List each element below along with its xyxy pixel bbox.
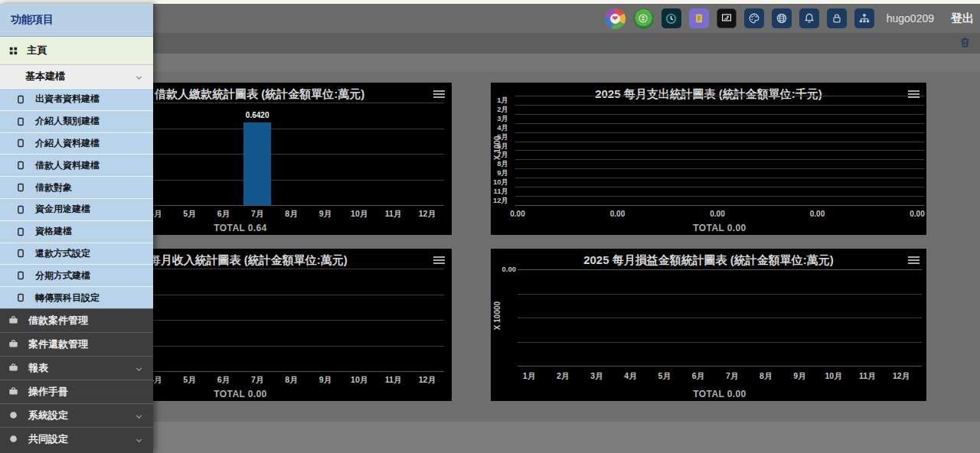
sidebar-section-5[interactable]: 共同設定 [0, 427, 153, 451]
sidebar-item-basic-1[interactable]: 介紹人類別建檔 [0, 110, 153, 132]
x-axis-label: 6月 [681, 371, 715, 382]
sidebar-item-basic-2[interactable]: 介紹人資料建檔 [0, 132, 153, 155]
x-axis-label: 2月 [546, 371, 580, 382]
sidebar-item-basic-3[interactable]: 借款人資料建檔 [0, 154, 153, 176]
sidebar-section-3[interactable]: 操作手冊 [0, 380, 153, 403]
sphere-icon [8, 433, 19, 445]
sidebar-item-basic-7[interactable]: 還款方式設定 [0, 243, 153, 265]
sidebar-item-label: 案件還款管理 [28, 337, 88, 351]
checkbox-square-icon [15, 138, 26, 148]
coin-app-icon[interactable] [633, 8, 654, 29]
colorful-logo-icon[interactable]: ❤ [605, 8, 626, 29]
x-axis-label: 9月 [309, 209, 342, 220]
sidebar-group-basic[interactable]: 基本建檔 [0, 65, 153, 88]
sphere-icon [8, 409, 19, 421]
chart-gridline [515, 196, 924, 197]
sidebar-item-basic-0[interactable]: 出資者資料建檔 [0, 88, 153, 110]
sidebar-item-label: 介紹人資料建檔 [35, 137, 100, 150]
sidebar-section-4[interactable]: 系統設定 [0, 403, 153, 427]
briefcase-icon [8, 362, 19, 373]
checkbox-square-icon [15, 116, 26, 127]
sidebar-item-label: 報表 [28, 361, 48, 375]
chart-gridline [515, 187, 924, 187]
sidebar-section-1[interactable]: 案件還款管理 [0, 332, 153, 356]
sidebar-section-0[interactable]: 借款案件管理 [0, 308, 153, 332]
sidebar-item-label: 系統設定 [28, 409, 68, 422]
chart-gridline [518, 342, 922, 343]
home-grid-icon [8, 45, 19, 57]
chart-total-label: TOTAL 0.00 [518, 389, 922, 399]
chart-gridline [515, 105, 924, 106]
sidebar-item-basic-9[interactable]: 轉傳票科目設定 [0, 286, 153, 308]
logout-button[interactable]: 登出 [951, 11, 974, 26]
x-axis-label: 6月 [207, 375, 240, 386]
sidebar-item-label: 借款案件管理 [28, 314, 88, 328]
zero-value-line [518, 269, 922, 270]
sidebar-item-label: 介紹人類別建檔 [35, 115, 100, 128]
x-axis-label: 1月 [512, 371, 546, 382]
chart-gridline [515, 142, 924, 142]
x-axis-label: 5月 [172, 375, 206, 386]
chart-menu-icon[interactable] [433, 256, 445, 266]
x-axis-label: 7月 [240, 209, 274, 220]
sidebar-item-label: 借款人資料建檔 [35, 159, 100, 172]
chart-gridline [518, 294, 922, 295]
chart-menu-icon[interactable] [433, 90, 445, 99]
sidebar-item-label: 出資者資料建檔 [35, 93, 100, 106]
scroll-app-icon[interactable] [689, 8, 709, 28]
navbar-right-group: ❤ hugo0209 登出 [605, 4, 974, 33]
chart-gridline [515, 123, 924, 124]
whiteboard-app-icon[interactable] [717, 8, 737, 28]
x-tick-label: 0.00 [606, 210, 630, 218]
chevron-down-icon [134, 364, 144, 376]
x-axis-label: 12月 [410, 209, 444, 220]
checkbox-square-icon [15, 204, 26, 215]
chevron-down-icon [134, 435, 144, 448]
sidebar-item-label: 分期方式建檔 [35, 269, 90, 282]
chart-gridline [515, 168, 924, 169]
sidebar-section-2[interactable]: 報表 [0, 356, 153, 380]
username-label: hugo0209 [887, 12, 934, 24]
x-axis-label: 8月 [749, 371, 782, 382]
palette-icon[interactable] [744, 8, 764, 28]
x-axis-label: 6月 [207, 209, 240, 220]
trash-icon[interactable] [959, 36, 972, 50]
sidebar-item-label: 還款方式設定 [35, 247, 90, 260]
chart-gridline [515, 96, 924, 96]
sidebar-item-basic-8[interactable]: 分期方式建檔 [0, 264, 153, 286]
x-axis-label: 7月 [715, 371, 749, 382]
x-axis-label: 12月 [884, 371, 918, 382]
x-tick-label: 0.00 [705, 210, 730, 218]
sidebar-menu: 功能項目主頁基本建檔出資者資料建檔介紹人類別建檔介紹人資料建檔借款人資料建檔借款… [0, 4, 153, 453]
chart-bar [243, 122, 271, 205]
x-axis-label: 10月 [342, 209, 376, 220]
x-axis-label: 10月 [342, 375, 376, 386]
sidebar-group-label: 基本建檔 [25, 70, 65, 83]
sitemap-icon[interactable] [854, 8, 874, 28]
briefcase-icon [8, 386, 19, 397]
lock-icon[interactable] [827, 8, 847, 28]
y-axis-title: X 10000 [493, 270, 501, 362]
y-axis-title: X 1000 [493, 103, 501, 194]
chart-gridline [515, 150, 924, 151]
sidebar-item-basic-4[interactable]: 借款對象 [0, 176, 153, 198]
sidebar-item-label: 資金用途建檔 [35, 203, 90, 216]
x-axis-label: 10月 [817, 371, 851, 382]
chart-menu-icon[interactable] [908, 90, 920, 99]
x-axis-label: 11月 [376, 375, 410, 386]
chart-panel-3: 2025 每月損益金額統計圖表 (統計金額單位:萬元)0.001月2月3月4月5… [491, 249, 926, 401]
sidebar-item-basic-5[interactable]: 資金用途建檔 [0, 198, 153, 220]
clock-app-icon[interactable] [662, 8, 681, 28]
x-axis-label: 8月 [274, 209, 308, 220]
chart-title: 2025 每月損益金額統計圖表 (統計金額單位:萬元) [491, 253, 926, 268]
chart-menu-icon[interactable] [908, 256, 920, 266]
chart-gridline [518, 366, 922, 367]
chart-gridline [515, 159, 924, 160]
x-tick-label: 0.00 [505, 210, 530, 218]
x-axis-label: 9月 [782, 371, 816, 382]
bell-icon[interactable] [799, 8, 819, 28]
globe-icon[interactable] [772, 8, 792, 28]
sidebar-item-basic-6[interactable]: 資格建檔 [0, 220, 153, 243]
sidebar-item-home[interactable]: 主頁 [0, 37, 153, 65]
y-axis-label: 12月 [491, 196, 508, 206]
